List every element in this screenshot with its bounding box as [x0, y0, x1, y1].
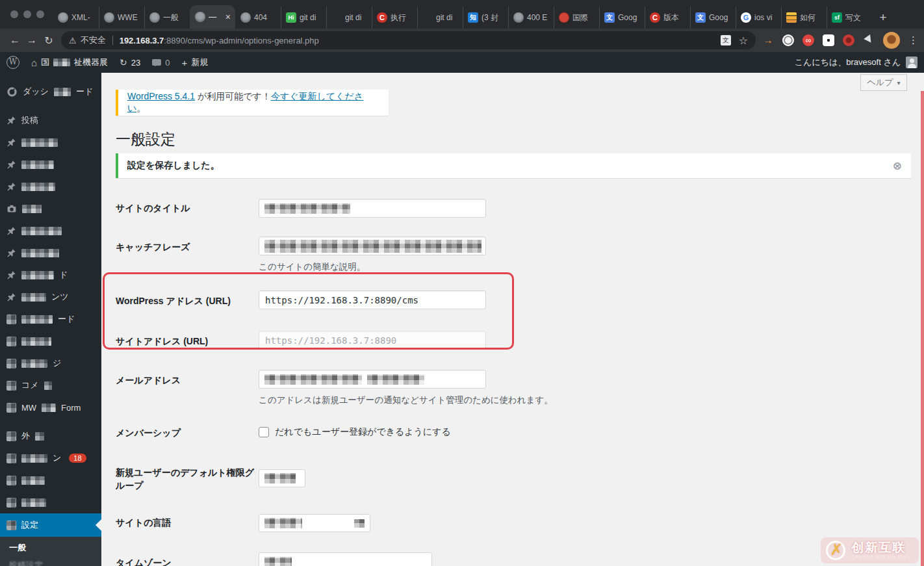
browser-tab[interactable]: Goog [690, 6, 736, 29]
back-icon[interactable] [6, 34, 23, 46]
infinity-extension-icon[interactable] [802, 34, 814, 46]
browser-tab[interactable]: 执行 [372, 6, 417, 29]
browser-tab[interactable]: git di [326, 6, 372, 29]
browser-tab[interactable]: 404 [235, 6, 281, 29]
site-title-input[interactable] [259, 199, 486, 218]
browser-tab[interactable]: 版本 [645, 6, 690, 29]
address-bar[interactable]: 不安全 192.168.3.7 :8890/cms/wp-admin/optio… [61, 31, 756, 49]
membership-checkbox[interactable] [259, 427, 269, 437]
record-extension-icon[interactable] [843, 34, 854, 46]
browser-tab[interactable]: XML- [53, 6, 99, 29]
window-controls[interactable] [0, 0, 53, 29]
sidebar-item[interactable] [0, 330, 101, 352]
admin-bar-site-name[interactable]: 国 祉機器展 [31, 57, 108, 68]
browser-tab[interactable]: 如何 [781, 6, 827, 29]
sidebar-item[interactable]: ード [0, 308, 101, 330]
translate-icon[interactable]: 文 [721, 35, 731, 45]
browser-menu-icon[interactable] [908, 34, 915, 46]
tagline-input[interactable] [259, 237, 486, 255]
new-tab-button[interactable]: + [872, 10, 894, 25]
bookmark-star-icon[interactable] [739, 34, 748, 47]
browser-tab[interactable]: (3 封 [463, 6, 508, 29]
browser-tab[interactable]: git di [281, 6, 326, 29]
tab-favicon [650, 12, 660, 23]
redacted-role-value [264, 473, 296, 483]
pin-icon [6, 248, 16, 258]
browser-profile-avatar[interactable] [883, 32, 900, 49]
timezone-select[interactable] [259, 552, 432, 566]
sidebar-item[interactable]: 外 [0, 425, 101, 447]
cursor-extension-icon[interactable] [863, 34, 875, 46]
pin-icon [6, 292, 16, 302]
sidebar-item[interactable]: MW Form [0, 396, 101, 418]
submenu-item-writing[interactable]: 投稿設定 [9, 560, 101, 566]
update-version-link[interactable]: WordPress 5.4.1 [127, 91, 195, 101]
redacted-label [21, 249, 59, 257]
window-close-button[interactable] [10, 10, 18, 18]
site-address-label: サイトアドレス (URL) [116, 313, 259, 354]
window-zoom-button[interactable] [36, 10, 44, 18]
site-address-row: サイトアドレス (URL) [116, 313, 921, 354]
sidebar-item[interactable]: 設定 [0, 513, 101, 537]
sidebar-item[interactable] [0, 220, 101, 242]
wordpress-logo-icon[interactable]: W [6, 56, 19, 69]
redacted-language-value [264, 518, 302, 528]
sidebar-item[interactable] [0, 131, 101, 153]
sidebar-item[interactable]: ジ [0, 352, 101, 374]
sidebar-item[interactable]: ン 18 [0, 447, 101, 469]
window-minimize-button[interactable] [23, 10, 31, 18]
media-icon [6, 203, 17, 214]
security-label[interactable]: 不安全 [81, 34, 106, 46]
watermark-subtext: CHUANG XIN HU LIAN [851, 555, 911, 560]
admin-bar-new[interactable]: 新規 [182, 57, 209, 68]
user-avatar [906, 57, 918, 68]
default-role-select[interactable] [259, 469, 305, 487]
admin-bar-updates[interactable]: 23 [120, 57, 140, 68]
sidebar-item[interactable] [0, 198, 101, 220]
admin-bar-comments[interactable]: 0 [152, 58, 170, 68]
browser-tab[interactable]: git di [417, 6, 463, 29]
sidebar-item[interactable] [0, 175, 101, 198]
sidebar-item[interactable] [0, 153, 101, 175]
select-arrow-area [354, 519, 365, 528]
circle-extension-icon[interactable] [782, 34, 794, 46]
sidebar-item[interactable]: ド [0, 264, 101, 286]
tab-favicon [604, 12, 615, 23]
sidebar-item[interactable] [0, 491, 101, 513]
sidebar-item[interactable] [0, 242, 101, 264]
browser-tab[interactable]: 国際 [554, 6, 599, 29]
admin-bar-account[interactable]: こんにちは、bravesoft さん [795, 57, 918, 68]
security-warning-icon [69, 36, 81, 45]
redacted-site-name [53, 58, 70, 66]
sidebar-item[interactable]: 投稿 [0, 109, 101, 131]
reload-icon[interactable] [40, 34, 57, 47]
submenu-item-general[interactable]: 一般 [9, 542, 101, 554]
redacted-icon [6, 476, 16, 485]
arrow-extension-icon[interactable] [762, 34, 774, 46]
dismiss-notice-icon[interactable] [893, 159, 902, 173]
sidebar-item[interactable]: コメ [0, 374, 101, 396]
sidebar-item[interactable]: ダッシ ード [0, 81, 101, 103]
browser-tab[interactable]: 400 E [508, 6, 554, 29]
help-button[interactable]: ヘルプ [860, 74, 907, 91]
square-extension-icon[interactable] [823, 34, 834, 46]
sidebar-item[interactable] [0, 469, 101, 491]
email-input[interactable] [259, 370, 486, 389]
site-title-label: サイトのタイトル [116, 195, 259, 224]
browser-tab[interactable]: 写文 [827, 6, 872, 29]
browser-tab[interactable]: Goog [599, 6, 645, 29]
browser-tab[interactable]: 一般 [144, 6, 190, 29]
sidebar-item[interactable]: ンツ [0, 286, 101, 308]
browser-tab[interactable]: — [190, 5, 235, 29]
sidebar-menu: ダッシ ード 投稿 [0, 73, 101, 537]
language-select[interactable] [259, 514, 370, 532]
tab-close-icon[interactable] [225, 12, 231, 22]
wp-address-input[interactable] [259, 290, 486, 309]
wp-admin-sidebar: ダッシ ード 投稿 [0, 73, 101, 566]
pin-icon [6, 160, 16, 170]
browser-tab[interactable]: WWE [99, 6, 144, 29]
tab-title: git di [436, 13, 458, 22]
browser-tab[interactable]: ios vi [736, 6, 781, 29]
redacted-label [21, 359, 47, 368]
forward-icon[interactable] [23, 34, 40, 46]
